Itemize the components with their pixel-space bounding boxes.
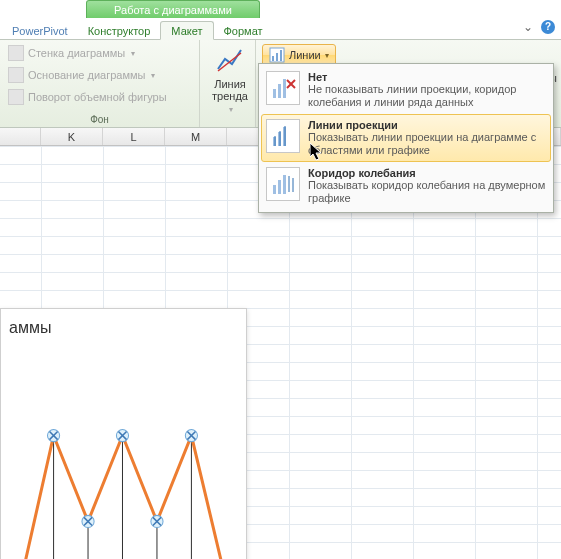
svg-rect-6 [278, 84, 281, 98]
ribbon-tabs: PowerPivot Конструктор Макет Формат ⌄ ? [0, 18, 561, 40]
svg-rect-4 [280, 50, 282, 61]
svg-line-0 [218, 53, 241, 71]
svg-rect-18 [283, 175, 286, 194]
chevron-down-icon: ▾ [229, 105, 233, 114]
chart-object[interactable]: аммы [0, 308, 247, 559]
svg-rect-7 [283, 79, 286, 98]
chart-title[interactable]: аммы [1, 309, 246, 341]
lines-icon [269, 47, 285, 63]
svg-rect-16 [273, 185, 276, 194]
chart-wall-icon [8, 45, 24, 61]
menu-item-projection-lines[interactable]: Линии проекции Показывать линии проекции… [261, 114, 551, 162]
projection-lines-icon [266, 119, 300, 153]
col-header[interactable]: M [165, 128, 227, 145]
tab-layout[interactable]: Макет [160, 21, 213, 40]
chart-plot-area[interactable] [11, 409, 234, 559]
col-header[interactable]: K [41, 128, 103, 145]
trendline-icon [214, 44, 246, 76]
contextual-tab-bar: Работа с диаграммами [0, 0, 561, 18]
tab-format[interactable]: Формат [214, 22, 273, 39]
svg-rect-17 [278, 180, 281, 194]
chart-floor-icon [8, 67, 24, 83]
group-background: Стенка диаграммы▾ Основание диаграммы▾ П… [0, 40, 200, 127]
chart-tools-contextual-tab: Работа с диаграммами [86, 0, 260, 18]
group-trendline: Линиятренда ▾ [200, 40, 256, 127]
highlow-lines-icon [266, 167, 300, 201]
svg-rect-3 [276, 53, 278, 61]
col-header[interactable]: L [103, 128, 165, 145]
chart-floor-button: Основание диаграммы▾ [6, 64, 193, 86]
lines-dropdown-menu: Нет Не показывать линии проекции, коридо… [258, 63, 554, 213]
rotate-3d-button: Поворот объемной фигуры [6, 86, 193, 108]
col-header[interactable] [0, 128, 41, 145]
chevron-down-icon: ▾ [151, 71, 155, 80]
help-icon[interactable]: ? [541, 20, 555, 34]
tab-constructor[interactable]: Конструктор [78, 22, 161, 39]
tab-powerpivot[interactable]: PowerPivot [2, 22, 78, 39]
trendline-button[interactable]: Линиятренда ▾ [206, 42, 254, 116]
menu-item-highlow-lines[interactable]: Коридор колебания Показывать коридор кол… [261, 162, 551, 210]
chevron-down-icon: ▾ [325, 51, 329, 60]
svg-rect-5 [273, 89, 276, 98]
group-label-background: Фон [6, 113, 193, 127]
lines-none-icon [266, 71, 300, 105]
svg-rect-2 [272, 56, 274, 61]
chevron-down-icon: ▾ [131, 49, 135, 58]
rotate-3d-icon [8, 89, 24, 105]
minimize-ribbon-icon[interactable]: ⌄ [523, 20, 533, 34]
chart-wall-button: Стенка диаграммы▾ [6, 42, 193, 64]
menu-item-none[interactable]: Нет Не показывать линии проекции, коридо… [261, 66, 551, 114]
